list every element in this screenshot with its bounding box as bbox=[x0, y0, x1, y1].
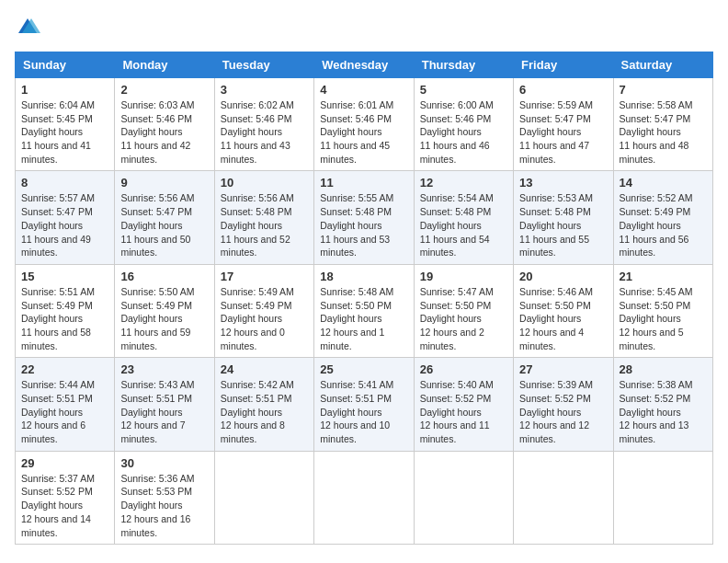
calendar-cell: 12 Sunrise: 5:54 AM Sunset: 5:48 PM Dayl… bbox=[414, 171, 513, 264]
cell-info: Sunrise: 5:56 AM Sunset: 5:48 PM Dayligh… bbox=[221, 191, 308, 259]
calendar-header-row: SundayMondayTuesdayWednesdayThursdayFrid… bbox=[16, 52, 713, 78]
cell-info: Sunrise: 5:54 AM Sunset: 5:48 PM Dayligh… bbox=[420, 191, 507, 259]
day-number: 15 bbox=[21, 270, 108, 283]
calendar-cell bbox=[214, 451, 313, 544]
cell-info: Sunrise: 5:46 AM Sunset: 5:50 PM Dayligh… bbox=[519, 285, 607, 352]
calendar-cell: 22 Sunrise: 5:44 AM Sunset: 5:51 PM Dayl… bbox=[16, 358, 115, 451]
col-header-tuesday: Tuesday bbox=[214, 52, 313, 78]
col-header-friday: Friday bbox=[514, 52, 613, 78]
day-number: 20 bbox=[519, 270, 607, 283]
calendar-cell: 25 Sunrise: 5:41 AM Sunset: 5:51 PM Dayl… bbox=[314, 358, 414, 451]
day-number: 30 bbox=[120, 456, 208, 470]
calendar-cell: 28 Sunrise: 5:38 AM Sunset: 5:52 PM Dayl… bbox=[613, 358, 712, 451]
cell-info: Sunrise: 5:53 AM Sunset: 5:48 PM Dayligh… bbox=[519, 191, 607, 259]
day-number: 18 bbox=[320, 270, 407, 283]
day-number: 27 bbox=[519, 362, 607, 376]
cell-info: Sunrise: 5:39 AM Sunset: 5:52 PM Dayligh… bbox=[519, 378, 607, 445]
cell-info: Sunrise: 5:50 AM Sunset: 5:49 PM Dayligh… bbox=[120, 285, 208, 352]
calendar-cell: 4 Sunrise: 6:01 AM Sunset: 5:46 PM Dayli… bbox=[314, 78, 414, 171]
day-number: 12 bbox=[420, 176, 507, 190]
day-number: 17 bbox=[221, 270, 308, 283]
day-number: 19 bbox=[420, 270, 507, 283]
day-number: 21 bbox=[620, 270, 707, 283]
calendar-table: SundayMondayTuesdayWednesdayThursdayFrid… bbox=[15, 52, 713, 545]
calendar-cell bbox=[514, 451, 613, 544]
calendar-cell: 30 Sunrise: 5:36 AM Sunset: 5:53 PM Dayl… bbox=[115, 451, 214, 544]
cell-info: Sunrise: 5:59 AM Sunset: 5:47 PM Dayligh… bbox=[519, 98, 607, 166]
cell-info: Sunrise: 5:42 AM Sunset: 5:51 PM Dayligh… bbox=[221, 378, 308, 445]
calendar-week-4: 22 Sunrise: 5:44 AM Sunset: 5:51 PM Dayl… bbox=[16, 358, 713, 451]
calendar-cell: 29 Sunrise: 5:37 AM Sunset: 5:52 PM Dayl… bbox=[16, 451, 115, 544]
calendar-cell: 15 Sunrise: 5:51 AM Sunset: 5:49 PM Dayl… bbox=[16, 264, 115, 357]
calendar-cell: 5 Sunrise: 6:00 AM Sunset: 5:46 PM Dayli… bbox=[414, 78, 513, 171]
cell-info: Sunrise: 5:56 AM Sunset: 5:47 PM Dayligh… bbox=[120, 191, 208, 259]
day-number: 29 bbox=[21, 456, 108, 470]
cell-info: Sunrise: 5:45 AM Sunset: 5:50 PM Dayligh… bbox=[620, 285, 707, 352]
calendar-cell: 6 Sunrise: 5:59 AM Sunset: 5:47 PM Dayli… bbox=[514, 78, 613, 171]
calendar-cell: 8 Sunrise: 5:57 AM Sunset: 5:47 PM Dayli… bbox=[16, 171, 115, 264]
page-header bbox=[15, 15, 713, 40]
cell-info: Sunrise: 5:48 AM Sunset: 5:50 PM Dayligh… bbox=[320, 285, 407, 352]
calendar-cell: 13 Sunrise: 5:53 AM Sunset: 5:48 PM Dayl… bbox=[514, 171, 613, 264]
col-header-sunday: Sunday bbox=[16, 52, 115, 78]
cell-info: Sunrise: 5:58 AM Sunset: 5:47 PM Dayligh… bbox=[620, 98, 707, 166]
cell-info: Sunrise: 5:55 AM Sunset: 5:48 PM Dayligh… bbox=[320, 191, 407, 259]
day-number: 8 bbox=[21, 176, 108, 190]
calendar-cell: 2 Sunrise: 6:03 AM Sunset: 5:46 PM Dayli… bbox=[115, 78, 214, 171]
col-header-monday: Monday bbox=[115, 52, 214, 78]
cell-info: Sunrise: 5:38 AM Sunset: 5:52 PM Dayligh… bbox=[620, 378, 707, 445]
day-number: 6 bbox=[519, 83, 607, 97]
cell-info: Sunrise: 5:49 AM Sunset: 5:49 PM Dayligh… bbox=[221, 285, 308, 352]
calendar-cell: 21 Sunrise: 5:45 AM Sunset: 5:50 PM Dayl… bbox=[613, 264, 712, 357]
calendar-cell: 14 Sunrise: 5:52 AM Sunset: 5:49 PM Dayl… bbox=[613, 171, 712, 264]
cell-info: Sunrise: 6:04 AM Sunset: 5:45 PM Dayligh… bbox=[21, 98, 108, 166]
day-number: 16 bbox=[120, 270, 208, 283]
day-number: 11 bbox=[320, 176, 407, 190]
calendar-cell: 26 Sunrise: 5:40 AM Sunset: 5:52 PM Dayl… bbox=[414, 358, 513, 451]
day-number: 26 bbox=[420, 362, 507, 376]
day-number: 9 bbox=[120, 176, 208, 190]
calendar-week-2: 8 Sunrise: 5:57 AM Sunset: 5:47 PM Dayli… bbox=[16, 171, 713, 264]
cell-info: Sunrise: 5:43 AM Sunset: 5:51 PM Dayligh… bbox=[120, 378, 208, 445]
calendar-cell: 27 Sunrise: 5:39 AM Sunset: 5:52 PM Dayl… bbox=[514, 358, 613, 451]
day-number: 25 bbox=[320, 362, 407, 376]
calendar-cell: 24 Sunrise: 5:42 AM Sunset: 5:51 PM Dayl… bbox=[214, 358, 313, 451]
day-number: 24 bbox=[221, 362, 308, 376]
calendar-cell: 3 Sunrise: 6:02 AM Sunset: 5:46 PM Dayli… bbox=[214, 78, 313, 171]
col-header-saturday: Saturday bbox=[613, 52, 712, 78]
day-number: 28 bbox=[620, 362, 707, 376]
day-number: 14 bbox=[620, 176, 707, 190]
day-number: 13 bbox=[519, 176, 607, 190]
day-number: 7 bbox=[620, 83, 707, 97]
calendar-cell: 20 Sunrise: 5:46 AM Sunset: 5:50 PM Dayl… bbox=[514, 264, 613, 357]
cell-info: Sunrise: 6:02 AM Sunset: 5:46 PM Dayligh… bbox=[221, 98, 308, 166]
cell-info: Sunrise: 5:47 AM Sunset: 5:50 PM Dayligh… bbox=[420, 285, 507, 352]
cell-info: Sunrise: 5:44 AM Sunset: 5:51 PM Dayligh… bbox=[21, 378, 108, 445]
day-number: 5 bbox=[420, 83, 507, 97]
day-number: 1 bbox=[21, 83, 108, 97]
calendar-cell: 11 Sunrise: 5:55 AM Sunset: 5:48 PM Dayl… bbox=[314, 171, 414, 264]
calendar-cell: 10 Sunrise: 5:56 AM Sunset: 5:48 PM Dayl… bbox=[214, 171, 313, 264]
day-number: 3 bbox=[221, 83, 308, 97]
cell-info: Sunrise: 6:01 AM Sunset: 5:46 PM Dayligh… bbox=[320, 98, 407, 166]
calendar-cell: 23 Sunrise: 5:43 AM Sunset: 5:51 PM Dayl… bbox=[115, 358, 214, 451]
logo-icon bbox=[15, 15, 40, 40]
calendar-cell: 17 Sunrise: 5:49 AM Sunset: 5:49 PM Dayl… bbox=[214, 264, 313, 357]
day-number: 23 bbox=[120, 362, 208, 376]
day-number: 4 bbox=[320, 83, 407, 97]
calendar-cell: 16 Sunrise: 5:50 AM Sunset: 5:49 PM Dayl… bbox=[115, 264, 214, 357]
day-number: 10 bbox=[221, 176, 308, 190]
cell-info: Sunrise: 5:36 AM Sunset: 5:53 PM Dayligh… bbox=[120, 472, 208, 539]
day-number: 22 bbox=[21, 362, 108, 376]
cell-info: Sunrise: 6:03 AM Sunset: 5:46 PM Dayligh… bbox=[120, 98, 208, 166]
col-header-wednesday: Wednesday bbox=[314, 52, 414, 78]
calendar-cell: 7 Sunrise: 5:58 AM Sunset: 5:47 PM Dayli… bbox=[613, 78, 712, 171]
calendar-week-3: 15 Sunrise: 5:51 AM Sunset: 5:49 PM Dayl… bbox=[16, 264, 713, 357]
col-header-thursday: Thursday bbox=[414, 52, 513, 78]
calendar-cell bbox=[314, 451, 414, 544]
cell-info: Sunrise: 5:41 AM Sunset: 5:51 PM Dayligh… bbox=[320, 378, 407, 445]
calendar-cell: 9 Sunrise: 5:56 AM Sunset: 5:47 PM Dayli… bbox=[115, 171, 214, 264]
calendar-cell bbox=[414, 451, 513, 544]
cell-info: Sunrise: 5:40 AM Sunset: 5:52 PM Dayligh… bbox=[420, 378, 507, 445]
calendar-cell: 18 Sunrise: 5:48 AM Sunset: 5:50 PM Dayl… bbox=[314, 264, 414, 357]
